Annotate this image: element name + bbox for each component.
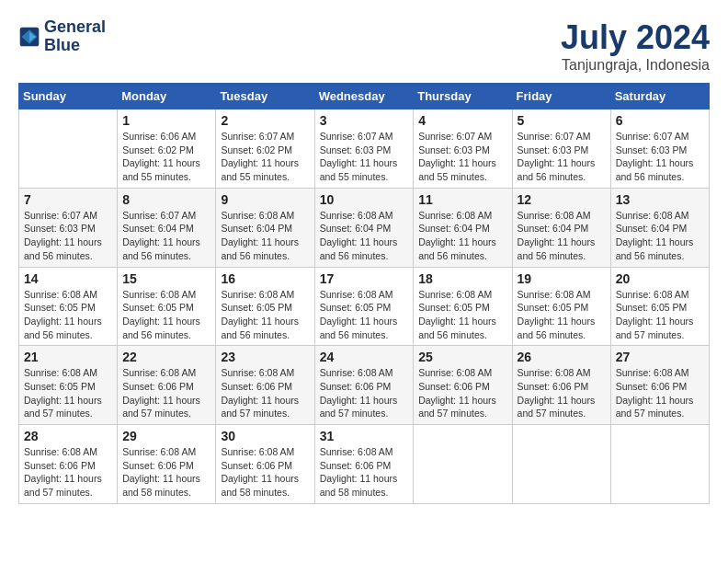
calendar-cell: 20Sunrise: 6:08 AM Sunset: 6:05 PM Dayli…	[610, 267, 709, 346]
calendar-cell: 8Sunrise: 6:07 AM Sunset: 6:04 PM Daylig…	[118, 188, 216, 267]
day-info: Sunrise: 6:07 AM Sunset: 6:02 PM Dayligh…	[221, 130, 309, 184]
day-number: 25	[418, 350, 506, 364]
calendar-cell: 19Sunrise: 6:08 AM Sunset: 6:05 PM Dayli…	[512, 267, 610, 346]
day-info: Sunrise: 6:08 AM Sunset: 6:06 PM Dayligh…	[221, 445, 309, 500]
calendar-cell: 30Sunrise: 6:08 AM Sunset: 6:06 PM Dayli…	[216, 425, 314, 504]
day-number: 16	[221, 271, 309, 286]
day-number: 24	[320, 350, 409, 364]
day-number: 18	[418, 271, 506, 286]
day-info: Sunrise: 6:08 AM Sunset: 6:06 PM Dayligh…	[24, 445, 112, 500]
calendar-cell: 12Sunrise: 6:08 AM Sunset: 6:04 PM Dayli…	[512, 188, 610, 267]
day-number: 20	[616, 271, 704, 286]
day-number: 1	[122, 113, 210, 128]
day-info: Sunrise: 6:06 AM Sunset: 6:02 PM Dayligh…	[122, 130, 210, 184]
day-info: Sunrise: 6:08 AM Sunset: 6:04 PM Dayligh…	[221, 209, 309, 263]
calendar-cell: 21Sunrise: 6:08 AM Sunset: 6:05 PM Dayli…	[19, 346, 118, 425]
day-number: 2	[221, 113, 309, 128]
calendar-cell: 14Sunrise: 6:08 AM Sunset: 6:05 PM Dayli…	[19, 267, 118, 346]
weekday-header-cell: Wednesday	[314, 84, 414, 109]
day-number: 28	[24, 429, 112, 443]
day-info: Sunrise: 6:07 AM Sunset: 6:03 PM Dayligh…	[616, 130, 704, 184]
day-info: Sunrise: 6:08 AM Sunset: 6:05 PM Dayligh…	[221, 288, 309, 342]
day-number: 3	[320, 113, 409, 128]
calendar-week-row: 28Sunrise: 6:08 AM Sunset: 6:06 PM Dayli…	[19, 425, 710, 504]
calendar-cell	[512, 425, 610, 504]
day-number: 22	[122, 350, 210, 364]
calendar-cell: 28Sunrise: 6:08 AM Sunset: 6:06 PM Dayli…	[19, 425, 118, 504]
calendar-cell: 11Sunrise: 6:08 AM Sunset: 6:04 PM Dayli…	[414, 188, 512, 267]
day-number: 13	[616, 192, 704, 207]
page-header: General Blue July 2024 Tanjungraja, Indo…	[18, 18, 710, 74]
calendar-cell: 18Sunrise: 6:08 AM Sunset: 6:05 PM Dayli…	[414, 267, 512, 346]
calendar-cell: 17Sunrise: 6:08 AM Sunset: 6:05 PM Dayli…	[314, 267, 414, 346]
weekday-header-cell: Saturday	[610, 84, 709, 109]
day-number: 15	[122, 271, 210, 286]
day-info: Sunrise: 6:08 AM Sunset: 6:06 PM Dayligh…	[122, 366, 210, 420]
day-info: Sunrise: 6:08 AM Sunset: 6:05 PM Dayligh…	[24, 288, 112, 342]
day-number: 6	[616, 113, 704, 128]
weekday-header-cell: Monday	[118, 84, 216, 109]
calendar-cell: 1Sunrise: 6:06 AM Sunset: 6:02 PM Daylig…	[118, 109, 216, 189]
calendar-week-row: 21Sunrise: 6:08 AM Sunset: 6:05 PM Dayli…	[19, 346, 710, 425]
weekday-header-cell: Thursday	[414, 84, 512, 109]
day-number: 8	[122, 192, 210, 207]
calendar-cell: 5Sunrise: 6:07 AM Sunset: 6:03 PM Daylig…	[512, 109, 610, 189]
calendar-cell: 3Sunrise: 6:07 AM Sunset: 6:03 PM Daylig…	[314, 109, 414, 189]
calendar-cell: 29Sunrise: 6:08 AM Sunset: 6:06 PM Dayli…	[118, 425, 216, 504]
day-number: 5	[518, 113, 606, 128]
day-info: Sunrise: 6:08 AM Sunset: 6:06 PM Dayligh…	[616, 366, 704, 420]
calendar-cell: 22Sunrise: 6:08 AM Sunset: 6:06 PM Dayli…	[118, 346, 216, 425]
day-number: 26	[518, 350, 606, 364]
title-block: July 2024 Tanjungraja, Indonesia	[561, 18, 710, 74]
calendar-table: SundayMondayTuesdayWednesdayThursdayFrid…	[18, 83, 710, 504]
logo-icon	[18, 26, 40, 48]
day-number: 23	[221, 350, 309, 364]
day-number: 29	[122, 429, 210, 443]
location: Tanjungraja, Indonesia	[561, 57, 710, 74]
day-number: 12	[518, 192, 606, 207]
day-number: 21	[24, 350, 112, 364]
day-info: Sunrise: 6:08 AM Sunset: 6:06 PM Dayligh…	[320, 366, 409, 420]
day-info: Sunrise: 6:08 AM Sunset: 6:05 PM Dayligh…	[616, 288, 704, 342]
logo-line2: Blue	[44, 37, 106, 55]
weekday-header-cell: Tuesday	[216, 84, 314, 109]
day-info: Sunrise: 6:08 AM Sunset: 6:06 PM Dayligh…	[518, 366, 606, 420]
day-number: 7	[24, 192, 112, 207]
calendar-cell: 31Sunrise: 6:08 AM Sunset: 6:06 PM Dayli…	[314, 425, 414, 504]
day-info: Sunrise: 6:07 AM Sunset: 6:03 PM Dayligh…	[518, 130, 606, 184]
day-number: 31	[320, 429, 409, 443]
day-number: 14	[24, 271, 112, 286]
calendar-cell: 9Sunrise: 6:08 AM Sunset: 6:04 PM Daylig…	[216, 188, 314, 267]
calendar-week-row: 14Sunrise: 6:08 AM Sunset: 6:05 PM Dayli…	[19, 267, 710, 346]
day-info: Sunrise: 6:07 AM Sunset: 6:03 PM Dayligh…	[24, 209, 112, 263]
calendar-cell	[414, 425, 512, 504]
day-info: Sunrise: 6:08 AM Sunset: 6:06 PM Dayligh…	[221, 366, 309, 420]
calendar-cell: 15Sunrise: 6:08 AM Sunset: 6:05 PM Dayli…	[118, 267, 216, 346]
day-info: Sunrise: 6:08 AM Sunset: 6:04 PM Dayligh…	[418, 209, 506, 263]
day-info: Sunrise: 6:08 AM Sunset: 6:05 PM Dayligh…	[122, 288, 210, 342]
day-info: Sunrise: 6:07 AM Sunset: 6:03 PM Dayligh…	[418, 130, 506, 184]
day-number: 11	[418, 192, 506, 207]
day-number: 4	[418, 113, 506, 128]
day-info: Sunrise: 6:07 AM Sunset: 6:04 PM Dayligh…	[122, 209, 210, 263]
day-number: 27	[616, 350, 704, 364]
weekday-header-row: SundayMondayTuesdayWednesdayThursdayFrid…	[19, 84, 710, 109]
calendar-cell	[19, 109, 118, 189]
calendar-cell: 26Sunrise: 6:08 AM Sunset: 6:06 PM Dayli…	[512, 346, 610, 425]
calendar-body: 1Sunrise: 6:06 AM Sunset: 6:02 PM Daylig…	[19, 109, 710, 504]
calendar-cell	[610, 425, 709, 504]
day-info: Sunrise: 6:08 AM Sunset: 6:05 PM Dayligh…	[320, 288, 409, 342]
day-info: Sunrise: 6:08 AM Sunset: 6:04 PM Dayligh…	[518, 209, 606, 263]
day-number: 9	[221, 192, 309, 207]
calendar-week-row: 7Sunrise: 6:07 AM Sunset: 6:03 PM Daylig…	[19, 188, 710, 267]
calendar-week-row: 1Sunrise: 6:06 AM Sunset: 6:02 PM Daylig…	[19, 109, 710, 189]
day-info: Sunrise: 6:08 AM Sunset: 6:05 PM Dayligh…	[518, 288, 606, 342]
logo-text: General Blue	[44, 18, 106, 55]
calendar-cell: 7Sunrise: 6:07 AM Sunset: 6:03 PM Daylig…	[19, 188, 118, 267]
logo: General Blue	[18, 18, 106, 55]
day-number: 30	[221, 429, 309, 443]
day-number: 10	[320, 192, 409, 207]
day-number: 17	[320, 271, 409, 286]
calendar-cell: 6Sunrise: 6:07 AM Sunset: 6:03 PM Daylig…	[610, 109, 709, 189]
weekday-header-cell: Friday	[512, 84, 610, 109]
